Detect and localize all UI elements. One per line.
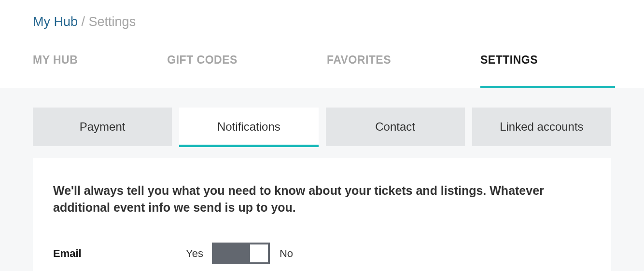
subtab-contact[interactable]: Contact bbox=[326, 108, 465, 146]
tab-settings[interactable]: SETTINGS bbox=[480, 54, 538, 88]
main-tabs: MY HUB GIFT CODES FAVORITES SETTINGS bbox=[0, 29, 644, 88]
breadcrumb-my-hub-link[interactable]: My Hub bbox=[33, 14, 78, 29]
breadcrumb-separator: / bbox=[82, 14, 89, 29]
email-toggle[interactable] bbox=[212, 243, 270, 264]
toggle-option-yes: Yes bbox=[186, 247, 203, 260]
breadcrumb: My Hub / Settings bbox=[0, 0, 644, 29]
tab-my-hub[interactable]: MY HUB bbox=[33, 54, 78, 88]
subtab-payment[interactable]: Payment bbox=[33, 108, 172, 146]
subtab-notifications[interactable]: Notifications bbox=[179, 108, 318, 146]
email-label: Email bbox=[53, 247, 186, 260]
breadcrumb-current: Settings bbox=[89, 14, 136, 29]
notifications-description: We'll always tell you what you need to k… bbox=[53, 182, 591, 216]
sub-tabs: Payment Notifications Contact Linked acc… bbox=[33, 108, 611, 146]
notifications-card: We'll always tell you what you need to k… bbox=[33, 158, 611, 271]
tab-gift-codes[interactable]: GIFT CODES bbox=[167, 54, 238, 88]
settings-area: Payment Notifications Contact Linked acc… bbox=[0, 88, 644, 271]
toggle-option-no: No bbox=[280, 247, 293, 260]
email-toggle-row: Email Yes No bbox=[53, 243, 591, 264]
tab-favorites[interactable]: FAVORITES bbox=[327, 54, 391, 88]
toggle-handle bbox=[250, 244, 268, 262]
subtab-linked-accounts[interactable]: Linked accounts bbox=[472, 108, 611, 146]
